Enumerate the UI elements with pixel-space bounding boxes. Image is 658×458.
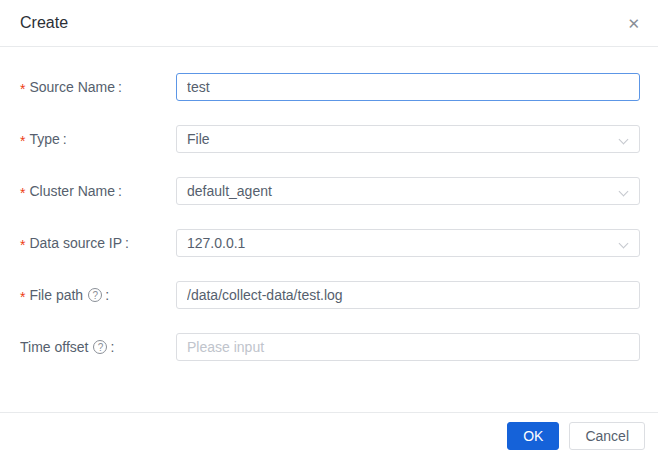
- type-select-value: File: [187, 131, 210, 147]
- dialog-header: Create ✕: [0, 0, 658, 47]
- label-colon: :: [118, 183, 122, 199]
- type-select[interactable]: File: [176, 125, 640, 153]
- source-name-label: * Source Name :: [20, 73, 176, 101]
- source-name-input[interactable]: [176, 73, 640, 101]
- required-marker: *: [20, 286, 25, 304]
- form-row-data-source-ip: * Data source IP : 127.0.0.1: [20, 229, 640, 257]
- form-row-cluster-name: * Cluster Name : default_agent: [20, 177, 640, 205]
- ok-button[interactable]: OK: [507, 422, 559, 450]
- label-colon: :: [105, 287, 109, 303]
- field-label-text: Source Name: [29, 79, 115, 95]
- file-path-label: * File path ? :: [20, 281, 176, 309]
- cluster-name-select[interactable]: default_agent: [176, 177, 640, 205]
- dialog-title: Create: [20, 14, 68, 32]
- label-colon: :: [118, 79, 122, 95]
- field-label-text: Time offset: [20, 339, 88, 355]
- create-form: * Source Name : * Type : File: [0, 47, 658, 361]
- field-label-text: Type: [29, 131, 59, 147]
- close-icon[interactable]: ✕: [625, 14, 642, 33]
- time-offset-input[interactable]: [176, 333, 640, 361]
- data-source-ip-select-value: 127.0.0.1: [187, 235, 245, 251]
- required-marker: *: [20, 182, 25, 200]
- form-row-time-offset: Time offset ? :: [20, 333, 640, 361]
- required-marker: *: [20, 78, 25, 96]
- label-colon: :: [110, 339, 114, 355]
- time-offset-label: Time offset ? :: [20, 333, 176, 361]
- data-source-ip-select[interactable]: 127.0.0.1: [176, 229, 640, 257]
- data-source-ip-label: * Data source IP :: [20, 229, 176, 257]
- file-path-input[interactable]: [176, 281, 640, 309]
- label-colon: :: [63, 131, 67, 147]
- field-label-text: File path: [29, 287, 83, 303]
- cluster-name-select-value: default_agent: [187, 183, 272, 199]
- label-colon: :: [125, 235, 129, 251]
- help-icon[interactable]: ?: [88, 288, 102, 302]
- form-row-source-name: * Source Name :: [20, 73, 640, 101]
- required-marker: *: [20, 130, 25, 148]
- form-row-file-path: * File path ? :: [20, 281, 640, 309]
- dialog-footer: OK Cancel: [0, 412, 658, 458]
- create-dialog: Create ✕ * Source Name : * Type : File: [0, 0, 658, 458]
- required-marker: *: [20, 234, 25, 252]
- cluster-name-label: * Cluster Name :: [20, 177, 176, 205]
- help-icon[interactable]: ?: [93, 340, 107, 354]
- form-row-type: * Type : File: [20, 125, 640, 153]
- field-label-text: Cluster Name: [29, 183, 115, 199]
- type-label: * Type :: [20, 125, 176, 153]
- cancel-button[interactable]: Cancel: [569, 422, 645, 450]
- field-label-text: Data source IP: [29, 235, 122, 251]
